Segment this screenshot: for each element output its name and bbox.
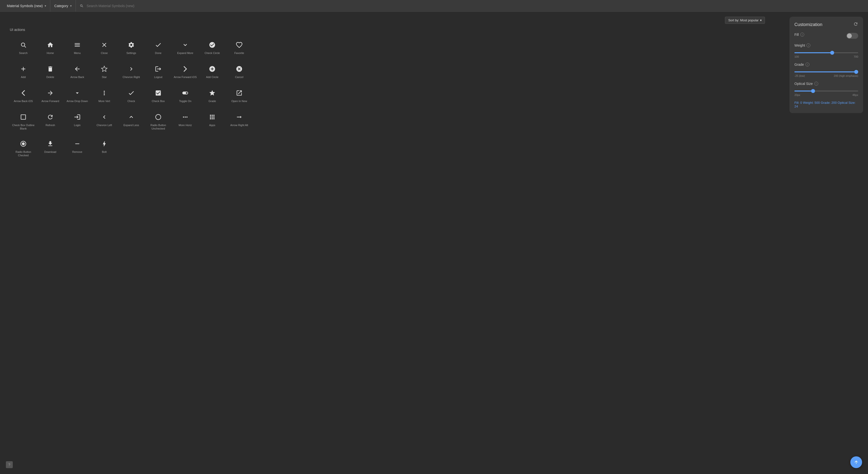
fill-label-container: Fill i: [795, 33, 804, 37]
icon-cell-check-box[interactable]: Check Box: [145, 85, 172, 107]
icon-cell-search[interactable]: Search: [10, 37, 37, 59]
weight-slider[interactable]: [795, 52, 858, 53]
icon-symbol-arrow-drop-down: [74, 89, 81, 97]
icon-cell-done[interactable]: Done: [145, 37, 172, 59]
icon-cell-favorite[interactable]: Favorite: [226, 37, 253, 59]
icon-label-check: Check: [127, 99, 135, 103]
search-input[interactable]: [87, 4, 861, 8]
icon-cell-add-circle[interactable]: Add Circle: [199, 61, 226, 83]
check-box-icon: [155, 90, 162, 96]
category-selector[interactable]: Category ▾: [50, 0, 76, 11]
icon-cell-check[interactable]: Check: [118, 85, 145, 107]
icon-label-more-horiz: More Horiz: [179, 123, 192, 127]
icon-cell-radio-button-unchecked[interactable]: Radio Button Unchecked: [145, 109, 172, 133]
icon-cell-arrow-back-ios[interactable]: Arrow Back iOS: [10, 85, 37, 107]
icon-label-login: Login: [74, 123, 81, 127]
icon-cell-home[interactable]: Home: [37, 37, 64, 59]
expand-more-icon: [182, 41, 189, 48]
icon-symbol-toggle-on: [182, 89, 189, 97]
icon-cell-arrow-back[interactable]: Arrow Back: [64, 61, 91, 83]
arrow-forward-ios-icon: [182, 65, 189, 72]
icon-cell-bolt[interactable]: Bolt: [91, 135, 118, 160]
icon-cell-arrow-right-alt[interactable]: Arrow Right Alt: [226, 109, 253, 133]
brand-selector[interactable]: Material Symbols (new) ▾: [3, 0, 50, 11]
icon-cell-chevron-right[interactable]: Chevron Right: [118, 61, 145, 83]
icon-symbol-chevron-right: [128, 65, 135, 73]
more-horiz-icon: [182, 114, 189, 121]
icon-symbol-more-horiz: [182, 113, 189, 121]
icon-label-delete: Delete: [46, 75, 54, 79]
scroll-top-button[interactable]: [850, 456, 862, 468]
weight-info-icon[interactable]: i: [806, 43, 810, 48]
grade-slider-labels: -25 (low) 200 (high emphasis): [795, 74, 858, 77]
icon-label-grade: Grade: [209, 99, 216, 103]
icon-cell-star[interactable]: Star: [91, 61, 118, 83]
icon-cell-more-vert[interactable]: More Vert: [91, 85, 118, 107]
optical-size-label-container: Optical Size i: [795, 82, 858, 86]
fill-info-icon[interactable]: i: [800, 33, 804, 37]
icon-label-close: Close: [101, 51, 108, 55]
icon-symbol-check: [128, 89, 135, 97]
icon-cell-download[interactable]: Download: [37, 135, 64, 160]
icon-symbol-bolt: [101, 139, 108, 148]
grade-info-icon[interactable]: i: [805, 63, 809, 66]
icon-label-arrow-back: Arrow Back: [70, 75, 84, 79]
icon-symbol-apps: [209, 113, 216, 121]
icon-cell-open-in-new[interactable]: Open In New: [226, 85, 253, 107]
icon-cell-more-horiz[interactable]: More Horiz: [172, 109, 199, 133]
icon-cell-settings[interactable]: Settings: [118, 37, 145, 59]
favorite-icon: [236, 41, 243, 48]
icon-cell-toggle-on[interactable]: Toggle On: [172, 85, 199, 107]
icon-symbol-download: [47, 139, 54, 148]
icon-cell-cancel[interactable]: Cancel: [226, 61, 253, 83]
icon-cell-grade[interactable]: Grade: [199, 85, 226, 107]
sort-button[interactable]: Sort by: Most popular ▾: [725, 17, 765, 24]
icon-label-arrow-forward: Arrow Forward: [41, 99, 59, 103]
icon-symbol-arrow-right-alt: [236, 113, 243, 121]
section-label: UI actions: [10, 28, 780, 32]
icon-symbol-remove: [74, 139, 81, 148]
download-icon: [47, 140, 54, 147]
icon-cell-remove[interactable]: Remove: [64, 135, 91, 160]
sort-dropdown-arrow: ▾: [760, 19, 762, 22]
icon-cell-close[interactable]: Close: [91, 37, 118, 59]
cancel-icon: [236, 65, 243, 72]
icon-cell-radio-button-checked[interactable]: Radio Button Checked: [10, 135, 37, 160]
icon-symbol-settings: [128, 40, 135, 49]
help-button[interactable]: ?: [6, 461, 13, 468]
icon-cell-check-circle[interactable]: Check Circle: [199, 37, 226, 59]
icon-cell-add[interactable]: Add: [10, 61, 37, 83]
icon-cell-apps[interactable]: Apps: [199, 109, 226, 133]
icon-cell-refresh[interactable]: Refresh: [37, 109, 64, 133]
check-box-outline-blank-icon: [20, 114, 27, 121]
icon-label-add-circle: Add Circle: [206, 75, 219, 79]
icon-symbol-more-vert: [101, 89, 108, 97]
icon-symbol-arrow-back-ios: [20, 89, 27, 97]
chevron-right-icon: [128, 65, 135, 72]
icon-cell-arrow-forward-ios[interactable]: Arrow Forward iOS: [172, 61, 199, 83]
optical-size-label: Optical Size: [795, 82, 813, 86]
grade-slider[interactable]: [795, 71, 858, 72]
fill-toggle[interactable]: [846, 33, 858, 39]
icon-cell-expand-more[interactable]: Expand More: [172, 37, 199, 59]
weight-max-label: 700: [854, 55, 858, 58]
done-icon: [155, 41, 162, 48]
icon-cell-expand-less[interactable]: Expand Less: [118, 109, 145, 133]
add-circle-icon: [209, 65, 216, 72]
icon-cell-menu[interactable]: Menu: [64, 37, 91, 59]
icon-cell-logout[interactable]: Logout: [145, 61, 172, 83]
optical-size-slider[interactable]: [795, 91, 858, 92]
grade-icon: [209, 90, 216, 96]
icon-cell-check-box-outline-blank[interactable]: Check Box Outline Blank: [10, 109, 37, 133]
icon-cell-arrow-forward[interactable]: Arrow Forward: [37, 85, 64, 107]
icon-symbol-cancel: [236, 65, 243, 73]
optical-size-info-icon[interactable]: i: [814, 82, 818, 86]
icon-cell-chevron-left[interactable]: Chevron Left: [91, 109, 118, 133]
customization-panel: Customization Fill i Weight: [789, 17, 863, 113]
icon-cell-delete[interactable]: Delete: [37, 61, 64, 83]
fill-control: Fill i: [795, 33, 858, 39]
reset-button[interactable]: [853, 22, 858, 28]
open-in-new-icon: [236, 90, 243, 96]
icon-cell-arrow-drop-down[interactable]: Arrow Drop Down: [64, 85, 91, 107]
icon-cell-login[interactable]: Login: [64, 109, 91, 133]
